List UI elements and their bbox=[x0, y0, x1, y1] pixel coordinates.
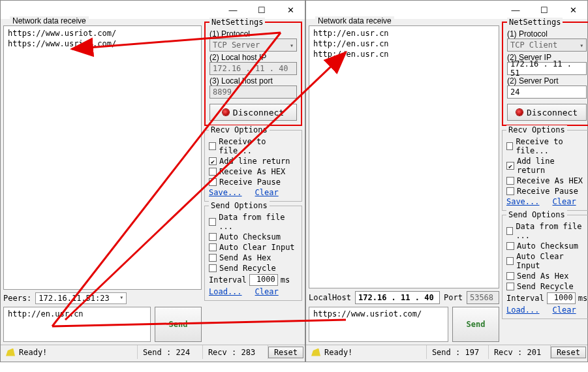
receive-line: http://en.usr.cn bbox=[313, 28, 495, 39]
minimize-button[interactable]: — bbox=[501, 1, 530, 19]
send-count: Send : 197 bbox=[427, 345, 489, 359]
checkbox-label: Auto Checksum bbox=[219, 232, 281, 241]
chevron-down-icon: ▾ bbox=[580, 42, 583, 49]
checkbox-label: Send As Hex bbox=[219, 253, 271, 262]
maximize-button[interactable]: ☐ bbox=[530, 1, 559, 19]
ready-icon bbox=[6, 349, 15, 356]
receive-line: https://www.usriot.com/ bbox=[8, 28, 197, 39]
reset-button[interactable]: Reset bbox=[551, 347, 586, 358]
record-icon bbox=[223, 109, 229, 116]
save-link[interactable]: Save... bbox=[506, 197, 540, 206]
receive-label: Network data receive bbox=[315, 16, 394, 25]
port-input[interactable]: 8899 bbox=[209, 85, 297, 99]
receive-textarea[interactable]: https://www.usriot.com/ https://www.usri… bbox=[3, 25, 202, 290]
checkbox-label: Receive As HEX bbox=[219, 167, 285, 176]
clear-link[interactable]: Clear bbox=[255, 287, 279, 296]
interval-input[interactable]: 1000 bbox=[547, 292, 576, 304]
minimize-button[interactable]: — bbox=[219, 1, 247, 19]
chevron-down-icon: ▾ bbox=[290, 42, 294, 49]
receive-line: http://en.usr.cn bbox=[313, 39, 495, 49]
recv-options-group: Recv Options Receive to file... ✔Add lin… bbox=[204, 130, 302, 202]
recv-count: Recv : 201 bbox=[489, 345, 551, 359]
load-link[interactable]: Load... bbox=[506, 305, 540, 315]
local-port-input[interactable]: 53568 bbox=[467, 291, 499, 304]
ready-label: Ready! bbox=[19, 348, 47, 357]
close-button[interactable]: ✕ bbox=[559, 1, 587, 19]
localhost-label: LocalHost bbox=[309, 293, 351, 302]
receive-label: Network data receive bbox=[10, 16, 89, 25]
clear-link[interactable]: Clear bbox=[553, 197, 576, 206]
checkbox[interactable]: ✔ bbox=[209, 157, 217, 165]
group-title: Send Options bbox=[209, 201, 270, 210]
group-title: NetSettings bbox=[507, 18, 563, 27]
checkbox[interactable] bbox=[506, 187, 514, 195]
checkbox[interactable] bbox=[209, 243, 217, 251]
server-port-input[interactable]: 24 bbox=[507, 85, 587, 99]
peers-label: Peers: bbox=[3, 294, 31, 303]
server-ip-input[interactable]: 172.16 . 11 . 51 bbox=[507, 62, 587, 75]
peers-select[interactable]: 172.16.11.51:23▾ bbox=[35, 292, 127, 304]
interval-unit: ms bbox=[281, 275, 290, 285]
checkbox[interactable] bbox=[209, 233, 217, 241]
save-link[interactable]: Save... bbox=[209, 188, 242, 197]
checkbox-label: Receive Pause bbox=[517, 187, 578, 196]
checkbox-label: Receive Pause bbox=[219, 178, 281, 187]
checkbox-label: Auto Clear Input bbox=[516, 252, 587, 270]
port-label: (2) Server Port bbox=[507, 76, 587, 85]
ready-label: Ready! bbox=[324, 348, 352, 357]
checkbox[interactable] bbox=[209, 264, 217, 272]
checkbox-label: Add line return bbox=[517, 157, 587, 175]
protocol-select[interactable]: TCP Server▾ bbox=[209, 39, 297, 52]
protocol-label: (1) Protocol bbox=[507, 29, 587, 39]
checkbox-label: Receive As HEX bbox=[517, 176, 583, 185]
load-link[interactable]: Load... bbox=[209, 287, 242, 296]
checkbox[interactable]: ✔ bbox=[506, 162, 514, 170]
ip-input[interactable]: 172.16 . 11 . 40 bbox=[209, 62, 297, 75]
send-input[interactable]: https://www.usriot.com/ bbox=[309, 307, 448, 342]
reset-button[interactable]: Reset bbox=[268, 347, 303, 358]
disconnect-button[interactable]: Disconnect bbox=[209, 104, 297, 121]
receive-textarea[interactable]: http://en.usr.cn http://en.usr.cn http:/… bbox=[309, 25, 499, 288]
checkbox[interactable] bbox=[506, 142, 513, 150]
send-input[interactable]: http://en.usr.cn bbox=[3, 307, 151, 342]
send-button[interactable]: Send bbox=[452, 307, 499, 342]
checkbox-label: Data from file ... bbox=[219, 213, 298, 231]
checkbox-label: Auto Clear Input bbox=[219, 243, 295, 252]
checkbox-label: Receive to file... bbox=[219, 137, 298, 155]
port-label: (3) Local host port bbox=[209, 76, 297, 85]
send-options-group: Send Options Data from file ... Auto Che… bbox=[502, 215, 588, 319]
clear-link[interactable]: Clear bbox=[553, 305, 576, 315]
checkbox[interactable] bbox=[506, 227, 513, 235]
checkbox[interactable] bbox=[506, 283, 514, 290]
checkbox[interactable] bbox=[506, 272, 514, 280]
send-button[interactable]: Send bbox=[155, 307, 202, 342]
interval-label: Interval bbox=[209, 275, 247, 285]
maximize-button[interactable]: ☐ bbox=[247, 1, 276, 19]
checkbox[interactable] bbox=[209, 142, 216, 150]
interval-label: Interval bbox=[506, 294, 544, 303]
checkbox[interactable] bbox=[506, 177, 514, 185]
checkbox[interactable] bbox=[209, 218, 216, 226]
netsettings-group: NetSettings (1) Protocol TCP Server▾ (2)… bbox=[204, 22, 302, 126]
checkbox[interactable] bbox=[506, 242, 514, 250]
interval-unit: ms bbox=[578, 294, 587, 303]
checkbox[interactable] bbox=[506, 257, 514, 265]
close-button[interactable]: ✕ bbox=[276, 1, 305, 19]
receive-line: https://www.usriot.com/ bbox=[8, 39, 197, 49]
interval-input[interactable]: 1000 bbox=[249, 274, 278, 286]
ready-icon bbox=[311, 349, 320, 356]
checkbox-label: Send Recycle bbox=[517, 282, 574, 291]
recv-options-group: Recv Options Receive to file... ✔Add lin… bbox=[502, 130, 588, 211]
checkbox[interactable] bbox=[209, 254, 217, 262]
checkbox-label: Receive to file... bbox=[516, 137, 587, 155]
disconnect-button[interactable]: Disconnect bbox=[507, 104, 587, 121]
group-title: Send Options bbox=[506, 210, 567, 219]
checkbox[interactable] bbox=[209, 178, 217, 186]
clear-link[interactable]: Clear bbox=[255, 188, 279, 197]
protocol-select[interactable]: TCP Client▾ bbox=[507, 39, 587, 52]
localhost-input[interactable]: 172.16 . 11 . 40 bbox=[355, 291, 440, 304]
send-count: Send : 224 bbox=[138, 345, 203, 359]
checkbox[interactable] bbox=[209, 168, 217, 176]
group-title: Recv Options bbox=[506, 125, 567, 134]
checkbox-label: Add line return bbox=[219, 157, 290, 166]
